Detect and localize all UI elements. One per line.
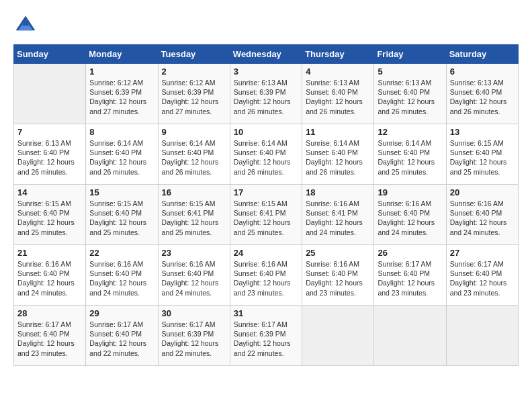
day-info: Sunrise: 6:17 AMSunset: 6:39 PMDaylight:… (234, 320, 298, 358)
day-number: 8 (89, 127, 154, 137)
calendar-cell: 28Sunrise: 6:17 AMSunset: 6:40 PMDayligh… (14, 306, 86, 366)
calendar-cell: 17Sunrise: 6:15 AMSunset: 6:41 PMDayligh… (230, 185, 302, 245)
calendar-cell: 3Sunrise: 6:13 AMSunset: 6:39 PMDaylight… (230, 64, 302, 124)
day-info: Sunrise: 6:13 AMSunset: 6:40 PMDaylight:… (17, 138, 82, 177)
day-number: 4 (306, 66, 370, 77)
day-info: Sunrise: 6:16 AMSunset: 6:40 PMDaylight:… (89, 259, 154, 298)
calendar-cell: 27Sunrise: 6:17 AMSunset: 6:40 PMDayligh… (446, 245, 518, 306)
header-sunday: Sunday (14, 45, 86, 64)
calendar-cell: 6Sunrise: 6:13 AMSunset: 6:40 PMDaylight… (446, 64, 518, 124)
calendar-cell: 8Sunrise: 6:14 AMSunset: 6:40 PMDaylight… (86, 124, 158, 185)
day-info: Sunrise: 6:13 AMSunset: 6:39 PMDaylight:… (234, 78, 298, 116)
day-info: Sunrise: 6:12 AMSunset: 6:39 PMDaylight:… (89, 78, 154, 116)
day-number: 16 (162, 187, 226, 197)
day-number: 6 (450, 66, 515, 77)
day-info: Sunrise: 6:14 AMSunset: 6:40 PMDaylight:… (234, 138, 298, 177)
header-monday: Monday (86, 45, 158, 64)
calendar-cell (446, 306, 518, 366)
day-info: Sunrise: 6:17 AMSunset: 6:40 PMDaylight:… (17, 320, 82, 358)
day-info: Sunrise: 6:17 AMSunset: 6:40 PMDaylight:… (89, 320, 154, 358)
calendar-cell: 26Sunrise: 6:17 AMSunset: 6:40 PMDayligh… (374, 245, 446, 306)
calendar-cell: 7Sunrise: 6:13 AMSunset: 6:40 PMDaylight… (14, 124, 86, 185)
calendar-cell: 25Sunrise: 6:16 AMSunset: 6:40 PMDayligh… (302, 245, 374, 306)
calendar-cell: 1Sunrise: 6:12 AMSunset: 6:39 PMDaylight… (86, 64, 158, 124)
day-number: 28 (17, 308, 82, 318)
day-info: Sunrise: 6:15 AMSunset: 6:41 PMDaylight:… (234, 199, 298, 237)
day-info: Sunrise: 6:13 AMSunset: 6:40 PMDaylight:… (378, 78, 442, 116)
day-info: Sunrise: 6:16 AMSunset: 6:41 PMDaylight:… (306, 199, 370, 237)
day-info: Sunrise: 6:13 AMSunset: 6:40 PMDaylight:… (450, 78, 515, 116)
day-number: 19 (378, 187, 442, 197)
day-number: 7 (17, 127, 82, 137)
day-info: Sunrise: 6:16 AMSunset: 6:40 PMDaylight:… (234, 259, 298, 298)
calendar-cell: 9Sunrise: 6:14 AMSunset: 6:40 PMDaylight… (158, 124, 230, 185)
day-number: 11 (306, 127, 370, 137)
calendar-table: SundayMondayTuesdayWednesdayThursdayFrid… (13, 44, 519, 366)
day-number: 25 (306, 248, 370, 258)
calendar-cell (14, 64, 86, 124)
day-info: Sunrise: 6:15 AMSunset: 6:40 PMDaylight:… (89, 199, 154, 237)
week-row-4: 21Sunrise: 6:16 AMSunset: 6:40 PMDayligh… (14, 245, 519, 306)
day-info: Sunrise: 6:16 AMSunset: 6:40 PMDaylight:… (378, 199, 442, 237)
calendar-cell (302, 306, 374, 366)
day-info: Sunrise: 6:17 AMSunset: 6:40 PMDaylight:… (378, 259, 442, 298)
week-row-3: 14Sunrise: 6:15 AMSunset: 6:40 PMDayligh… (14, 185, 519, 245)
calendar-cell: 20Sunrise: 6:16 AMSunset: 6:40 PMDayligh… (446, 185, 518, 245)
header-tuesday: Tuesday (158, 45, 230, 64)
day-info: Sunrise: 6:12 AMSunset: 6:39 PMDaylight:… (162, 78, 226, 116)
header-friday: Friday (374, 45, 446, 64)
calendar-cell: 24Sunrise: 6:16 AMSunset: 6:40 PMDayligh… (230, 245, 302, 306)
week-row-1: 1Sunrise: 6:12 AMSunset: 6:39 PMDaylight… (14, 64, 519, 124)
day-number: 9 (162, 127, 226, 137)
day-number: 15 (89, 187, 154, 197)
day-info: Sunrise: 6:16 AMSunset: 6:40 PMDaylight:… (17, 259, 82, 298)
page-header (13, 13, 519, 38)
calendar-cell (374, 306, 446, 366)
day-number: 24 (234, 248, 298, 258)
day-info: Sunrise: 6:14 AMSunset: 6:40 PMDaylight:… (89, 138, 154, 177)
day-number: 17 (234, 187, 298, 197)
header-thursday: Thursday (302, 45, 374, 64)
calendar-cell: 31Sunrise: 6:17 AMSunset: 6:39 PMDayligh… (230, 306, 302, 366)
calendar-header-row: SundayMondayTuesdayWednesdayThursdayFrid… (14, 45, 519, 64)
header-saturday: Saturday (446, 45, 518, 64)
day-number: 31 (234, 308, 298, 318)
week-row-5: 28Sunrise: 6:17 AMSunset: 6:40 PMDayligh… (14, 306, 519, 366)
day-number: 21 (17, 248, 82, 258)
day-number: 2 (162, 66, 226, 77)
day-number: 22 (89, 248, 154, 258)
day-info: Sunrise: 6:16 AMSunset: 6:40 PMDaylight:… (450, 199, 515, 237)
day-info: Sunrise: 6:13 AMSunset: 6:40 PMDaylight:… (306, 78, 370, 116)
calendar-cell: 5Sunrise: 6:13 AMSunset: 6:40 PMDaylight… (374, 64, 446, 124)
calendar-cell: 18Sunrise: 6:16 AMSunset: 6:41 PMDayligh… (302, 185, 374, 245)
day-number: 27 (450, 248, 515, 258)
day-info: Sunrise: 6:17 AMSunset: 6:39 PMDaylight:… (162, 320, 226, 358)
day-info: Sunrise: 6:15 AMSunset: 6:40 PMDaylight:… (450, 138, 515, 177)
calendar-cell: 29Sunrise: 6:17 AMSunset: 6:40 PMDayligh… (86, 306, 158, 366)
day-info: Sunrise: 6:17 AMSunset: 6:40 PMDaylight:… (450, 259, 515, 298)
header-wednesday: Wednesday (230, 45, 302, 64)
logo-icon (13, 13, 38, 38)
day-number: 23 (162, 248, 226, 258)
week-row-2: 7Sunrise: 6:13 AMSunset: 6:40 PMDaylight… (14, 124, 519, 185)
day-info: Sunrise: 6:16 AMSunset: 6:40 PMDaylight:… (162, 259, 226, 298)
day-number: 18 (306, 187, 370, 197)
calendar-cell: 22Sunrise: 6:16 AMSunset: 6:40 PMDayligh… (86, 245, 158, 306)
calendar-cell: 15Sunrise: 6:15 AMSunset: 6:40 PMDayligh… (86, 185, 158, 245)
logo (13, 13, 40, 38)
calendar-cell: 12Sunrise: 6:14 AMSunset: 6:40 PMDayligh… (374, 124, 446, 185)
day-number: 14 (17, 187, 82, 197)
day-number: 3 (234, 66, 298, 77)
calendar-cell: 19Sunrise: 6:16 AMSunset: 6:40 PMDayligh… (374, 185, 446, 245)
day-info: Sunrise: 6:16 AMSunset: 6:40 PMDaylight:… (306, 259, 370, 298)
calendar-cell: 16Sunrise: 6:15 AMSunset: 6:41 PMDayligh… (158, 185, 230, 245)
calendar-cell: 23Sunrise: 6:16 AMSunset: 6:40 PMDayligh… (158, 245, 230, 306)
day-info: Sunrise: 6:14 AMSunset: 6:40 PMDaylight:… (378, 138, 442, 177)
day-number: 20 (450, 187, 515, 197)
day-info: Sunrise: 6:15 AMSunset: 6:40 PMDaylight:… (17, 199, 82, 237)
day-number: 26 (378, 248, 442, 258)
day-info: Sunrise: 6:14 AMSunset: 6:40 PMDaylight:… (162, 138, 226, 177)
day-number: 30 (162, 308, 226, 318)
calendar-cell: 10Sunrise: 6:14 AMSunset: 6:40 PMDayligh… (230, 124, 302, 185)
day-number: 5 (378, 66, 442, 77)
